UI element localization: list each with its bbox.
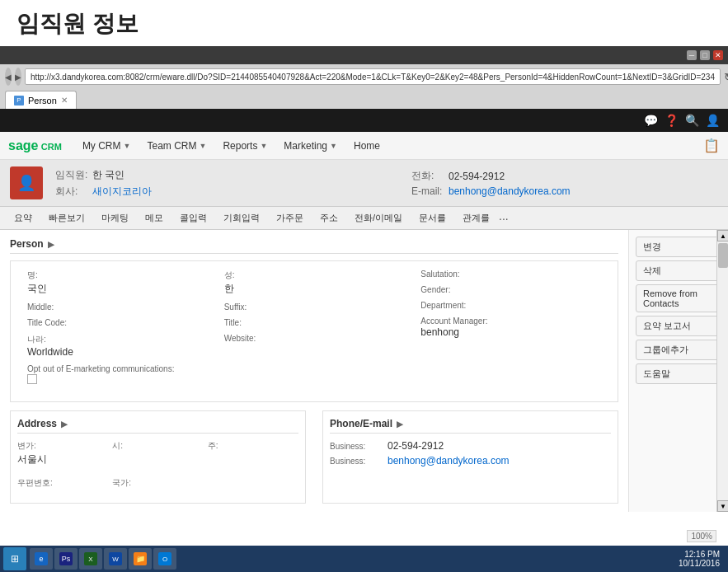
- search-icon[interactable]: 🔍: [685, 114, 699, 127]
- tab-address[interactable]: 주소: [312, 209, 345, 227]
- summary-report-button[interactable]: 요약 보고서: [636, 316, 721, 336]
- address-bar[interactable]: http://x3.dandykorea.com:8082/crm/eware.…: [25, 68, 721, 85]
- company-row: 회사: 새이지코리아: [55, 185, 152, 199]
- nav-marketing[interactable]: Marketing ▼: [275, 132, 345, 159]
- field-country: 나라: Worldwide: [27, 334, 208, 358]
- add-group-button[interactable]: 그룹에추가: [636, 340, 721, 360]
- tab-phone-email[interactable]: 전화/이메일: [347, 209, 410, 227]
- form-col-2: 성: 한 Suffix: Title: Website:: [216, 270, 413, 393]
- tab-call-input[interactable]: 콜입력: [172, 209, 214, 227]
- taskbar-ie[interactable]: e: [30, 548, 53, 570]
- nav-reports[interactable]: Reports ▼: [214, 132, 275, 159]
- folder-icon: 📁: [134, 552, 147, 565]
- taskbar-word[interactable]: W: [104, 548, 127, 570]
- user-icon[interactable]: 👤: [706, 114, 720, 127]
- field-website: Website:: [224, 334, 405, 343]
- content-tabs: 요약 빠른보기 마케팅 메모 콜입력 기회입력 가주문 주소 전화/이메일 문서…: [0, 207, 728, 230]
- address-section-label: Address: [17, 418, 57, 429]
- field-lastname: 성: 한: [224, 270, 405, 296]
- address-section-arrow-icon[interactable]: ▶: [61, 420, 68, 429]
- sage-text: sage: [8, 138, 38, 152]
- person-form: 명: 국인 Middle: Title Code: 나라:: [10, 260, 618, 402]
- tab-opportunity[interactable]: 기회입력: [216, 209, 267, 227]
- tab-documents[interactable]: 문서를: [411, 209, 453, 227]
- tab-label: Person: [28, 96, 57, 105]
- field-firstname: 명: 국인: [27, 270, 208, 296]
- more-tabs-button[interactable]: ···: [499, 212, 509, 225]
- main-content: Person ▶ 명: 국인 Middle:: [0, 230, 629, 512]
- optout-checkbox[interactable]: [27, 374, 37, 384]
- comment-icon[interactable]: 💬: [644, 114, 658, 127]
- nav-mycrm[interactable]: My CRM ▼: [74, 132, 139, 159]
- tab-marketing[interactable]: 마케팅: [94, 209, 136, 227]
- browser-chrome: ─ □ ✕ ◀ ▶ http://x3.dandykorea.com:8082/…: [0, 46, 728, 109]
- forward-button[interactable]: ▶: [15, 68, 21, 86]
- phone-section-arrow-icon[interactable]: ▶: [397, 420, 403, 429]
- taskbar-folder[interactable]: 📁: [129, 548, 152, 570]
- crm-text: CRM: [41, 142, 62, 152]
- lastname-value: 한: [224, 283, 234, 294]
- tab-quickview[interactable]: 빠른보기: [41, 209, 92, 227]
- state-label: 주:: [208, 440, 298, 452]
- refresh-icon[interactable]: ↻: [724, 71, 728, 83]
- nation-label: 국가:: [112, 477, 203, 489]
- remove-contacts-button[interactable]: Remove from Contacts: [636, 284, 721, 312]
- address-phone-section: Address ▶ 변가: 서울시 시: 주:: [10, 410, 618, 504]
- person-info-right: 전화: 02-594-2912 E-mail: benhong@dandykor…: [411, 169, 571, 197]
- street-value: 서울시: [17, 453, 47, 465]
- phone1-label: Business:: [330, 442, 379, 451]
- tab-order[interactable]: 가주문: [269, 209, 311, 227]
- scroll-up-button[interactable]: ▲: [717, 230, 728, 241]
- phone-label: 전화:: [411, 169, 444, 183]
- company-link[interactable]: 새이지코리아: [92, 185, 152, 199]
- page-title-area: 임직원 정보: [0, 0, 728, 46]
- person-section-label: Person: [10, 238, 44, 250]
- taskbar-right: 12:16 PM 10/11/2016: [674, 550, 725, 568]
- tab-relationships[interactable]: 관계를: [455, 209, 497, 227]
- zip-label: 우편변호:: [17, 477, 108, 489]
- field-titlecode: Title Code:: [27, 318, 208, 327]
- form-col-1: 명: 국인 Middle: Title Code: 나라:: [19, 270, 216, 393]
- street-label: 변가:: [17, 440, 108, 452]
- phone-block: Phone/E-mail ▶ Business: 02-594-2912 Bus…: [322, 410, 618, 504]
- tab-summary[interactable]: 요약: [7, 209, 40, 227]
- form-col-3: Salutation: Gender: Department: Acc: [412, 270, 609, 393]
- help-button[interactable]: 도움말: [636, 363, 721, 384]
- account-manager-value: benhong: [420, 326, 459, 338]
- middle-label: Middle:: [27, 302, 208, 312]
- taskbar-ps[interactable]: Ps: [54, 548, 77, 570]
- back-button[interactable]: ◀: [5, 68, 12, 86]
- taskbar: ⊞ e Ps X W 📁 O 12:16 PM 10/11/2016: [0, 546, 728, 572]
- person-form-grid: 명: 국인 Middle: Title Code: 나라:: [19, 270, 609, 393]
- tab-close-button[interactable]: ✕: [61, 96, 68, 105]
- field-gender: Gender:: [420, 285, 601, 294]
- maximize-button[interactable]: □: [700, 50, 710, 60]
- person-section-arrow-icon[interactable]: ▶: [48, 240, 54, 249]
- phone-section-label: Phone/E-mail: [330, 418, 392, 429]
- scroll-bar: ▲ ▼: [716, 230, 728, 512]
- tab-memo[interactable]: 메모: [138, 209, 171, 227]
- ie-icon: e: [35, 552, 48, 565]
- account-manager-label: Account Manager:: [420, 316, 601, 326]
- delete-button[interactable]: 삭제: [636, 260, 721, 281]
- field-account-manager: Account Manager: benhong: [420, 316, 601, 338]
- suffix-label: Suffix:: [224, 302, 405, 312]
- nav-action-icon[interactable]: 📋: [703, 138, 720, 152]
- minimize-button[interactable]: ─: [687, 50, 697, 60]
- outlook-icon: O: [158, 552, 171, 565]
- email-link[interactable]: benhong@dandykorea.com: [449, 185, 571, 197]
- taskbar-outlook[interactable]: O: [153, 548, 176, 570]
- taskbar-excel[interactable]: X: [79, 548, 102, 570]
- email-row: E-mail: benhong@dandykorea.com: [411, 185, 571, 197]
- phone-row: 전화: 02-594-2912: [411, 169, 571, 183]
- email2-link[interactable]: benhong@dandykorea.com: [387, 455, 510, 467]
- scroll-down-button[interactable]: ▼: [717, 500, 728, 512]
- edit-button[interactable]: 변경: [636, 237, 721, 257]
- nav-home[interactable]: Home: [345, 132, 388, 159]
- help-icon[interactable]: ❓: [665, 114, 679, 127]
- close-button[interactable]: ✕: [713, 50, 723, 60]
- start-button[interactable]: ⊞: [3, 547, 26, 570]
- nav-teamcrm[interactable]: Team CRM ▼: [139, 132, 214, 159]
- browser-tab[interactable]: P Person ✕: [5, 91, 77, 109]
- content-wrapper: Person ▶ 명: 국인 Middle:: [0, 230, 728, 512]
